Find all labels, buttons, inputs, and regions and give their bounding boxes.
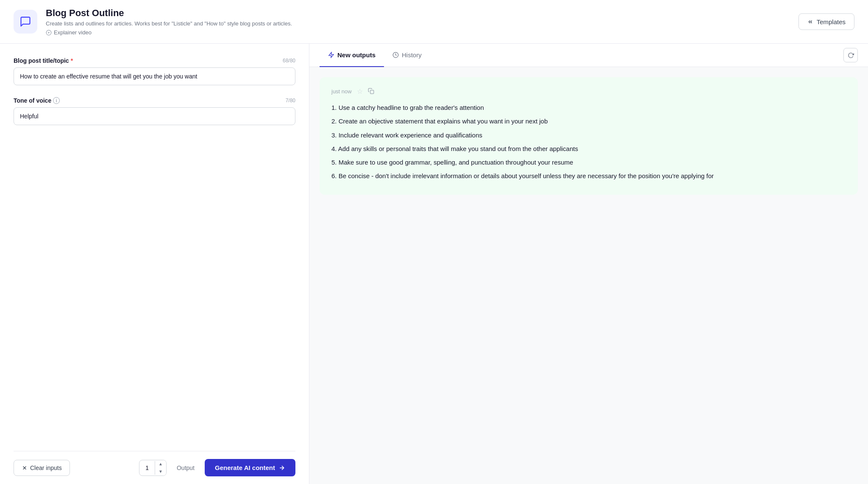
output-item-6: 6. Be concise - don't include irrelevant… — [331, 171, 846, 182]
templates-label: Templates — [817, 18, 846, 25]
output-item-5: 5. Make sure to use good grammar, spelli… — [331, 157, 846, 168]
tab-history[interactable]: History — [384, 44, 430, 67]
output-count-stepper[interactable]: 1 ▲ ▼ — [139, 460, 167, 476]
tone-of-voice-input[interactable] — [14, 107, 295, 125]
svg-marker-1 — [48, 31, 50, 34]
output-label: Output — [177, 464, 195, 471]
main-content: Blog post title/topic * 68/80 Tone of vo… — [0, 44, 868, 484]
tone-label: Tone of voice i — [14, 97, 60, 104]
blog-title-char-count: 68/80 — [283, 58, 295, 64]
output-card: just now ☆ 1. Use a catchy headline to g… — [320, 77, 858, 195]
output-timestamp: just now — [331, 88, 352, 95]
output-item-2: 2. Create an objective statement that ex… — [331, 116, 846, 127]
templates-button[interactable]: Templates — [798, 14, 854, 30]
right-panel: New outputs History just now — [309, 44, 868, 484]
tone-of-voice-field-group: Tone of voice i 7/80 — [14, 97, 295, 125]
copy-button[interactable] — [368, 88, 374, 95]
right-tabs: New outputs History — [309, 44, 868, 67]
tone-char-count: 7/80 — [286, 98, 295, 104]
stepper-up-button[interactable]: ▲ — [155, 460, 166, 468]
explainer-video-link[interactable]: Explainer video — [46, 29, 854, 36]
output-text: 1. Use a catchy headline to grab the rea… — [331, 102, 846, 182]
tab-new-outputs[interactable]: New outputs — [320, 44, 384, 67]
svg-marker-5 — [329, 52, 334, 58]
blog-title-label: Blog post title/topic * — [14, 57, 73, 64]
stepper-down-button[interactable]: ▼ — [155, 468, 166, 476]
bottom-bar: Clear inputs 1 ▲ ▼ Output Generate AI co… — [14, 451, 295, 484]
header-info: Blog Post Outline Create lists and outli… — [46, 8, 854, 36]
x-icon — [22, 465, 28, 471]
app-header: Blog Post Outline Create lists and outli… — [0, 0, 868, 44]
output-item-3: 3. Include relevant work experience and … — [331, 130, 846, 141]
copy-icon — [368, 88, 374, 94]
output-item-4: 4. Add any skills or personal traits tha… — [331, 143, 846, 154]
output-content-area: just now ☆ 1. Use a catchy headline to g… — [309, 67, 868, 484]
page-title: Blog Post Outline — [46, 8, 854, 19]
output-count-value: 1 — [139, 461, 155, 475]
page-description: Create lists and outlines for articles. … — [46, 20, 854, 27]
play-icon — [46, 30, 52, 36]
output-item-1: 1. Use a catchy headline to grab the rea… — [331, 102, 846, 113]
chevrons-left-icon — [807, 19, 813, 25]
output-meta: just now ☆ — [331, 87, 846, 95]
refresh-button[interactable] — [843, 48, 858, 62]
clock-icon — [392, 52, 399, 58]
star-button[interactable]: ☆ — [357, 87, 363, 95]
blog-title-field-group: Blog post title/topic * 68/80 — [14, 57, 295, 85]
left-panel: Blog post title/topic * 68/80 Tone of vo… — [0, 44, 309, 484]
clear-inputs-button[interactable]: Clear inputs — [14, 460, 70, 476]
stepper-arrows: ▲ ▼ — [155, 460, 166, 476]
lightning-icon — [328, 52, 334, 58]
refresh-icon — [848, 52, 854, 59]
blog-title-input[interactable] — [14, 67, 295, 85]
tone-info-icon[interactable]: i — [53, 97, 60, 104]
app-icon — [14, 10, 37, 34]
blog-title-label-row: Blog post title/topic * 68/80 — [14, 57, 295, 64]
generate-button[interactable]: Generate AI content — [205, 459, 295, 476]
svg-rect-7 — [370, 90, 373, 93]
tone-label-row: Tone of voice i 7/80 — [14, 97, 295, 104]
arrow-right-icon — [278, 464, 285, 471]
explainer-label: Explainer video — [54, 29, 92, 36]
required-indicator: * — [71, 57, 73, 64]
